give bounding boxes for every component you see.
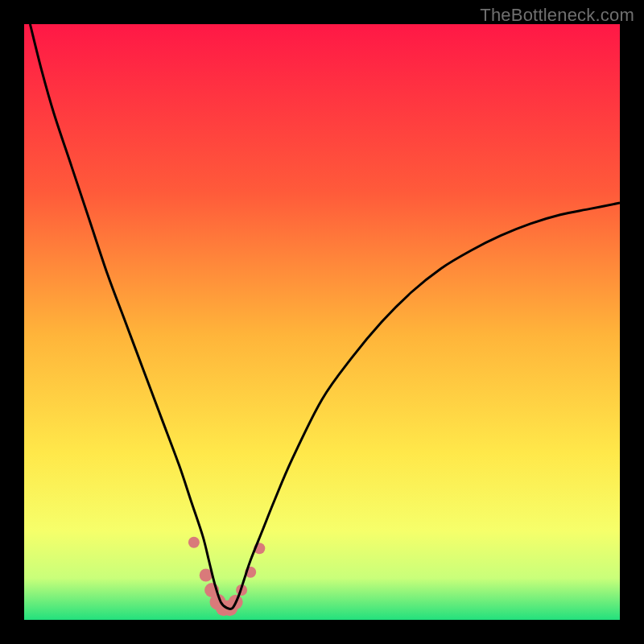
watermark-text: TheBottleneck.com xyxy=(480,5,634,26)
chart-frame: TheBottleneck.com xyxy=(0,0,644,644)
marker-dot xyxy=(188,537,200,548)
plot-area xyxy=(24,24,620,620)
bottleneck-chart xyxy=(24,24,620,620)
gradient-background xyxy=(24,24,620,620)
